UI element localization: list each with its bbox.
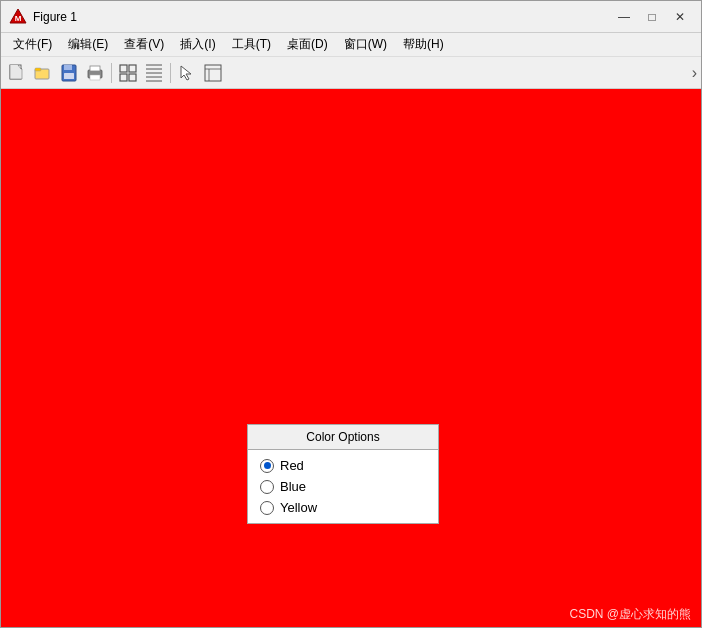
- toolbar-view1-button[interactable]: [116, 61, 140, 85]
- toolbar-separator-1: [111, 63, 112, 83]
- menu-item-d[interactable]: 桌面(D): [279, 34, 336, 55]
- svg-rect-14: [129, 74, 136, 81]
- window-controls: — □ ✕: [611, 7, 693, 27]
- radio-blue-label: Blue: [280, 479, 306, 494]
- menu-item-h[interactable]: 帮助(H): [395, 34, 452, 55]
- menu-item-t[interactable]: 工具(T): [224, 34, 279, 55]
- toolbar-save-button[interactable]: [57, 61, 81, 85]
- radio-red-circle: [260, 459, 274, 473]
- menu-item-w[interactable]: 窗口(W): [336, 34, 395, 55]
- color-panel-title: Color Options: [248, 425, 438, 450]
- toolbar-arrow-icon: ›: [692, 64, 697, 82]
- menu-item-e[interactable]: 编辑(E): [60, 34, 116, 55]
- svg-rect-7: [64, 73, 74, 79]
- color-panel-body: Red Blue Yellow: [248, 450, 438, 523]
- svg-rect-13: [120, 74, 127, 81]
- radio-red-label: Red: [280, 458, 304, 473]
- toolbar-cursor-button[interactable]: [175, 61, 199, 85]
- window-title: Figure 1: [33, 10, 611, 24]
- toolbar-open-button[interactable]: [31, 61, 55, 85]
- minimize-button[interactable]: —: [611, 7, 637, 27]
- svg-rect-21: [205, 65, 221, 81]
- radio-red-option[interactable]: Red: [260, 458, 426, 473]
- svg-rect-9: [90, 66, 100, 71]
- radio-yellow-label: Yellow: [280, 500, 317, 515]
- radio-yellow-option[interactable]: Yellow: [260, 500, 426, 515]
- toolbar-print-button[interactable]: [83, 61, 107, 85]
- svg-rect-4: [35, 68, 41, 71]
- svg-rect-12: [129, 65, 136, 72]
- toolbar: ›: [1, 57, 701, 89]
- toolbar-new-button[interactable]: [5, 61, 29, 85]
- toolbar-separator-2: [170, 63, 171, 83]
- title-bar: M Figure 1 — □ ✕: [1, 1, 701, 33]
- menu-bar: 文件(F)编辑(E)查看(V)插入(I)工具(T)桌面(D)窗口(W)帮助(H): [1, 33, 701, 57]
- app-icon: M: [9, 8, 27, 26]
- color-options-panel: Color Options Red Blue Yellow: [247, 424, 439, 524]
- watermark: CSDN @虚心求知的熊: [569, 606, 691, 623]
- menu-item-f[interactable]: 文件(F): [5, 34, 60, 55]
- figure-area: Color Options Red Blue Yellow CSDN @虚心求知…: [1, 89, 701, 628]
- svg-rect-10: [90, 75, 100, 80]
- menu-item-v[interactable]: 查看(V): [116, 34, 172, 55]
- radio-blue-circle: [260, 480, 274, 494]
- toolbar-view2-button[interactable]: [142, 61, 166, 85]
- svg-rect-11: [120, 65, 127, 72]
- svg-text:M: M: [15, 14, 22, 23]
- menu-item-i[interactable]: 插入(I): [172, 34, 223, 55]
- close-button[interactable]: ✕: [667, 7, 693, 27]
- svg-marker-20: [181, 66, 191, 80]
- radio-blue-option[interactable]: Blue: [260, 479, 426, 494]
- svg-rect-6: [64, 65, 72, 70]
- maximize-button[interactable]: □: [639, 7, 665, 27]
- radio-yellow-circle: [260, 501, 274, 515]
- toolbar-panel-button[interactable]: [201, 61, 225, 85]
